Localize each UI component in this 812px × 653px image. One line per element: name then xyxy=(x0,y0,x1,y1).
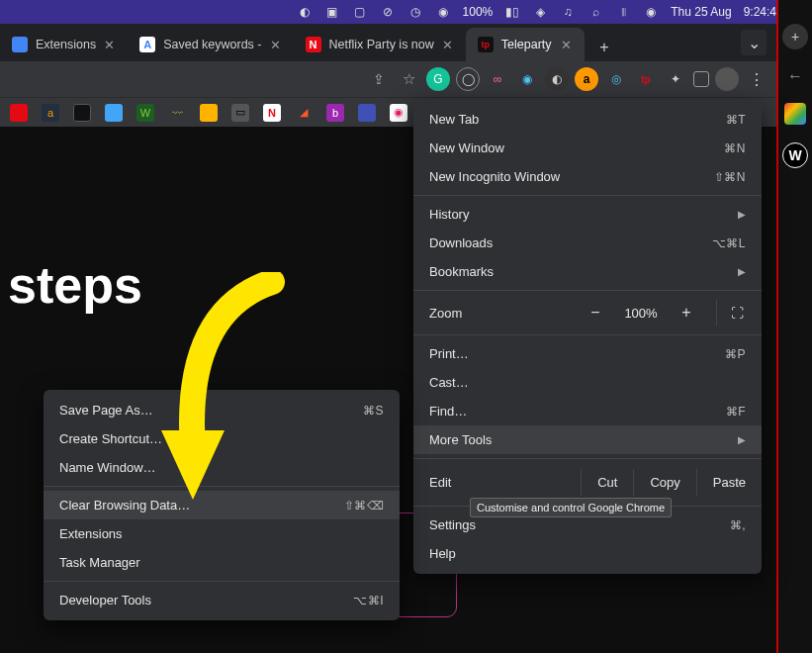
bookmark-icon[interactable] xyxy=(358,104,376,122)
gmail-icon[interactable] xyxy=(784,103,806,125)
menu-cast[interactable]: Cast… xyxy=(413,368,762,397)
bookmark-amazon-icon[interactable]: a xyxy=(42,104,59,122)
menu-separator xyxy=(413,334,762,335)
headphones-icon: ♫ xyxy=(560,4,576,20)
tab-strip: Extensions ✕ A Saved keywords - ✕ N Netf… xyxy=(0,24,776,61)
submenu-task-manager[interactable]: Task Manager xyxy=(44,548,400,577)
chevron-right-icon: ▶ xyxy=(738,266,746,277)
fullscreen-button[interactable]: ⛶ xyxy=(716,300,746,326)
submenu-create-shortcut[interactable]: Create Shortcut… xyxy=(44,424,400,453)
shortcut-text: ⌥⌘I xyxy=(353,594,384,607)
tab-title: Extensions xyxy=(36,38,96,51)
menu-history[interactable]: History ▶ xyxy=(413,200,762,229)
ext-grammarly-icon[interactable]: G xyxy=(426,67,450,91)
share-icon[interactable]: ⇪ xyxy=(367,67,391,91)
wordpress-icon[interactable]: W xyxy=(782,142,808,168)
menu-downloads[interactable]: Downloads ⌥⌘L xyxy=(413,229,762,257)
tab-list-dropdown[interactable]: ⌄ xyxy=(741,30,767,55)
ext-icon[interactable]: ◐ xyxy=(545,67,569,91)
menu-more-tools[interactable]: More Tools ▶ xyxy=(413,425,762,454)
menu-separator xyxy=(44,581,400,582)
cut-button[interactable]: Cut xyxy=(581,469,633,496)
siri-icon: ◉ xyxy=(643,4,659,20)
macos-menubar: ◐ ▣ ▢ ⊘ ◷ ◉ 100% ▮▯ ◈ ♫ ⌕ ⫴ ◉ Thu 25 Aug… xyxy=(0,0,812,24)
bookmark-icon[interactable]: ◢ xyxy=(295,104,313,122)
bookmark-folder-icon[interactable]: ▭ xyxy=(231,104,249,122)
bookmark-icon[interactable] xyxy=(73,104,91,122)
dropbox-icon: ▣ xyxy=(324,4,340,20)
wifi-icon: ◈ xyxy=(532,4,548,20)
close-icon[interactable]: ✕ xyxy=(442,38,456,51)
close-icon[interactable]: ✕ xyxy=(104,38,118,51)
chrome-menu-button[interactable]: ⋮ xyxy=(745,70,768,89)
zoom-out-button[interactable]: − xyxy=(582,300,609,326)
menu-new-window[interactable]: New Window ⌘N xyxy=(413,134,762,162)
menu-find[interactable]: Find… ⌘F xyxy=(413,397,762,425)
bookmark-icon[interactable]: b xyxy=(326,104,344,122)
copy-button[interactable]: Copy xyxy=(633,469,695,496)
tab-title: Teleparty xyxy=(501,38,553,51)
battery-icon: ▮▯ xyxy=(504,4,520,20)
sidepanel-icon[interactable] xyxy=(693,71,709,87)
shortcut-text: ⌘F xyxy=(726,405,746,419)
menu-label: More Tools xyxy=(429,432,738,447)
tab-extensions[interactable]: Extensions ✕ xyxy=(0,28,128,61)
tab-netflix-party[interactable]: N Netflix Party is now ✕ xyxy=(294,28,466,61)
menu-label: Developer Tools xyxy=(59,593,353,607)
menu-print[interactable]: Print… ⌘P xyxy=(413,339,762,368)
menu-label: Create Shortcut… xyxy=(59,431,384,446)
bookmark-icon[interactable] xyxy=(10,104,28,122)
app-tab-icon[interactable]: + xyxy=(782,24,808,49)
submenu-clear-browsing-data[interactable]: Clear Browsing Data… ⇧⌘⌫ xyxy=(44,491,400,519)
shortcut-text: ⌘N xyxy=(724,141,746,155)
extensions-puzzle-icon[interactable]: ✦ xyxy=(664,67,687,91)
menu-new-incognito[interactable]: New Incognito Window ⇧⌘N xyxy=(413,162,762,191)
toolbar: ⇪ ☆ G ◯ ∞ ◉ ◐ a ◎ tp ✦ ⋮ xyxy=(0,61,776,97)
bookmark-icon[interactable]: N xyxy=(263,104,281,122)
close-icon[interactable]: ✕ xyxy=(270,38,284,51)
new-tab-button[interactable]: + xyxy=(590,34,618,61)
battery-percent: 100% xyxy=(463,5,494,19)
submenu-save-page[interactable]: Save Page As… ⌘S xyxy=(44,396,400,424)
tab-saved-keywords[interactable]: A Saved keywords - ✕ xyxy=(128,28,293,61)
submenu-developer-tools[interactable]: Developer Tools ⌥⌘I xyxy=(44,586,400,614)
menu-label: Extensions xyxy=(59,526,384,541)
menu-label: Find… xyxy=(429,404,726,419)
bookmark-icon[interactable]: 〰 xyxy=(168,104,186,122)
menu-label: Print… xyxy=(429,346,725,361)
bookmark-icon[interactable]: W xyxy=(136,104,154,122)
tab-teleparty[interactable]: tp Teleparty ✕ xyxy=(466,28,585,61)
menu-new-tab[interactable]: New Tab ⌘T xyxy=(413,105,762,134)
bookmark-icon[interactable]: ◉ xyxy=(390,104,407,122)
ext-icon[interactable]: ◯ xyxy=(456,67,480,91)
menu-label: Help xyxy=(429,546,746,561)
zoom-in-button[interactable]: + xyxy=(673,300,700,326)
submenu-extensions[interactable]: Extensions xyxy=(44,519,400,548)
back-icon[interactable]: ← xyxy=(787,67,803,85)
menu-edit-row: Edit Cut Copy Paste xyxy=(413,463,762,502)
ext-eye-icon[interactable]: ◉ xyxy=(515,67,539,91)
menu-separator xyxy=(413,290,762,291)
favicon-icon: tp xyxy=(478,37,494,52)
favicon-icon xyxy=(12,37,28,52)
profile-avatar[interactable] xyxy=(715,67,739,91)
close-icon[interactable]: ✕ xyxy=(561,38,575,51)
paste-button[interactable]: Paste xyxy=(696,469,762,496)
menu-bookmarks[interactable]: Bookmarks ▶ xyxy=(413,257,762,286)
ext-teleparty-icon[interactable]: tp xyxy=(634,67,658,91)
menu-label: Downloads xyxy=(429,235,712,250)
bookmark-icon[interactable] xyxy=(105,104,123,122)
ext-icon[interactable]: ∞ xyxy=(486,67,509,91)
bookmark-star-icon[interactable]: ☆ xyxy=(397,67,420,91)
menu-label: New Tab xyxy=(429,112,726,127)
menu-label: Bookmarks xyxy=(429,264,738,279)
tab-title: Netflix Party is now xyxy=(329,38,434,51)
bookmark-icon[interactable] xyxy=(200,104,218,122)
menu-label: New Incognito Window xyxy=(429,169,714,184)
menu-help[interactable]: Help xyxy=(413,539,762,568)
submenu-name-window[interactable]: Name Window… xyxy=(44,453,400,482)
ext-amazon-icon[interactable]: a xyxy=(575,67,598,91)
ext-icon[interactable]: ◎ xyxy=(604,67,628,91)
shortcut-text: ⇧⌘N xyxy=(714,170,746,184)
menu-label: Settings xyxy=(429,517,730,532)
